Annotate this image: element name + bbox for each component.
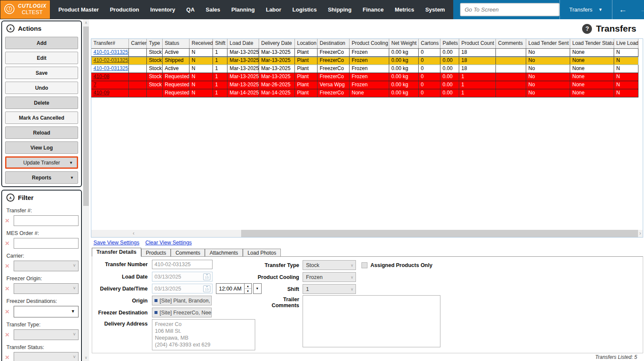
menu-item-finance[interactable]: Finance bbox=[357, 6, 389, 13]
collapse-actions-icon[interactable]: ∧ bbox=[6, 24, 15, 32]
freezer-destination-select[interactable]: [Site] FreezerCo, Neeı ∨ bbox=[152, 308, 212, 317]
trailer-comments-textarea[interactable] bbox=[303, 295, 440, 347]
transfer-link[interactable]: 410-08 bbox=[93, 73, 109, 79]
menu-item-planning[interactable]: Planning bbox=[226, 6, 260, 13]
transfer-filter-input[interactable] bbox=[14, 215, 79, 226]
column-header-shift[interactable]: Shift bbox=[213, 39, 227, 48]
reload-button[interactable]: Reload bbox=[5, 126, 78, 139]
column-header-destination[interactable]: Destination bbox=[318, 39, 350, 48]
clear-filter-icon[interactable]: × bbox=[5, 262, 14, 270]
clear-filter-icon[interactable]: × bbox=[5, 331, 14, 338]
column-header-status[interactable]: Status bbox=[163, 39, 189, 48]
delivery-time-field[interactable]: 12:00 AM bbox=[216, 283, 245, 294]
column-header-product-count[interactable]: Product Count bbox=[459, 39, 496, 48]
sidebar-scrollbar-thumb[interactable] bbox=[83, 26, 89, 206]
save-button[interactable]: Save bbox=[5, 67, 78, 79]
table-row[interactable]: 7StockRequestedN1Mar-13-2025Mar-26-2025P… bbox=[91, 81, 638, 89]
load-date-field[interactable]: 03/13/2025 15 bbox=[152, 272, 213, 282]
transfer-link[interactable]: 7 bbox=[93, 82, 96, 88]
tab-transfer-details[interactable]: Transfer Details bbox=[92, 248, 141, 257]
menu-item-qa[interactable]: QA bbox=[181, 6, 201, 13]
update-transfer-button[interactable]: Update Transfer▼ bbox=[5, 156, 78, 169]
clear-filter-icon[interactable]: × bbox=[5, 285, 14, 292]
edit-button[interactable]: Edit bbox=[5, 52, 78, 64]
column-header-delivery-date[interactable]: Delivery Date bbox=[259, 39, 295, 48]
column-header-product-cooling[interactable]: Product Cooling bbox=[350, 39, 389, 48]
forward-button[interactable]: → bbox=[633, 0, 644, 19]
carrier-filter-select[interactable]: ˅ bbox=[14, 261, 79, 271]
menu-item-metrics[interactable]: Metrics bbox=[389, 6, 420, 13]
transfer-status-filter-select[interactable]: ˅ bbox=[14, 352, 79, 361]
table-row[interactable]: 410-02-031325StockShippedN1Mar-13-2025Ma… bbox=[91, 57, 638, 65]
transfer-number-cell[interactable]: 410-02-031325 bbox=[91, 57, 129, 65]
tab-load-photos[interactable]: Load Photos bbox=[243, 249, 281, 257]
add-button[interactable]: Add bbox=[5, 37, 78, 49]
menu-item-product-master[interactable]: Product Master bbox=[53, 6, 105, 13]
transfer-number-cell[interactable]: 410-08 bbox=[91, 73, 129, 81]
tab-comments[interactable]: Comments bbox=[171, 249, 205, 257]
time-spinner[interactable]: ▲▼ bbox=[245, 283, 252, 294]
view-log-button[interactable]: View Log bbox=[5, 141, 78, 154]
column-header-live-load[interactable]: Live Load bbox=[614, 39, 638, 48]
column-header-cartons[interactable]: Cartons bbox=[419, 39, 440, 48]
tab-attachments[interactable]: Attachments bbox=[205, 249, 243, 257]
clear-filter-icon[interactable]: × bbox=[5, 308, 14, 315]
back-button[interactable]: ← bbox=[612, 0, 633, 19]
delete-button[interactable]: Delete bbox=[5, 97, 78, 109]
spin-down-icon[interactable]: ▼ bbox=[245, 289, 251, 293]
origin-select[interactable]: [Site] Plant, Brandon, ∨ bbox=[152, 296, 212, 305]
table-row[interactable]: 410-09RequestedN1Mar-14-2025Mar-14-2025P… bbox=[91, 89, 638, 97]
clear-filter-icon[interactable]: × bbox=[5, 354, 14, 361]
save-view-settings-link[interactable]: Save View Settings bbox=[93, 240, 139, 246]
column-header-transfer-[interactable]: Transfer# bbox=[91, 39, 129, 48]
assigned-products-only-checkbox[interactable] bbox=[361, 262, 367, 268]
product-cooling-select[interactable]: Frozen ∨ bbox=[303, 272, 356, 282]
transfer-link[interactable]: 410-03-031325 bbox=[93, 65, 128, 71]
freezer-origin-filter-select[interactable]: ˅ bbox=[14, 283, 79, 294]
column-header-load-date[interactable]: Load Date bbox=[227, 39, 259, 48]
calendar-icon[interactable]: 15 bbox=[203, 285, 210, 292]
menu-item-system[interactable]: System bbox=[420, 6, 450, 13]
delivery-address-textarea[interactable]: Freezer Co 106 Mill St. Neepawa, MB (204… bbox=[152, 319, 255, 350]
clear-view-settings-link[interactable]: Clear View Settings bbox=[145, 240, 192, 246]
calendar-icon[interactable]: 15 bbox=[203, 273, 210, 280]
grid-horizontal-scrollbar[interactable]: ‹ › bbox=[91, 230, 643, 237]
go-to-screen-input[interactable] bbox=[460, 3, 559, 16]
freezer-destinations-filter-combo[interactable]: ▼ bbox=[14, 306, 79, 317]
help-icon[interactable]: ? bbox=[582, 24, 592, 34]
transfer-link[interactable]: 410-01-031325 bbox=[93, 49, 128, 55]
table-row[interactable]: 410-03-031325StockActiveN1Mar-13-2025Mar… bbox=[91, 65, 638, 73]
delivery-date-field[interactable]: 03/13/2025 15 bbox=[152, 284, 213, 293]
transfer-number-cell[interactable]: 410-03-031325 bbox=[91, 65, 129, 73]
scroll-up-icon[interactable]: ∧ bbox=[83, 21, 89, 25]
transfer-number-cell[interactable]: 410-01-031325 bbox=[91, 49, 129, 56]
column-header-location[interactable]: Location bbox=[295, 39, 318, 48]
menu-item-inventory[interactable]: Inventory bbox=[145, 6, 181, 13]
table-row[interactable]: 410-08StockRequestedN1Mar-13-2025Mar-13-… bbox=[91, 73, 638, 81]
transfer-link[interactable]: 410-09 bbox=[93, 90, 109, 96]
column-header-type[interactable]: Type bbox=[147, 39, 163, 48]
transfer-number-field[interactable]: 410-02-031325 bbox=[152, 260, 213, 269]
screen-selector-dropdown[interactable]: Transfers ▼ bbox=[560, 0, 612, 19]
table-row[interactable]: 410-01-031325StockActiveN1Mar-13-2025Mar… bbox=[91, 49, 638, 57]
column-header-load-tender-sent[interactable]: Load Tender Sent bbox=[526, 39, 570, 48]
grid-scrollbar-thumb[interactable] bbox=[241, 230, 638, 237]
menu-item-labor[interactable]: Labor bbox=[260, 6, 287, 13]
app-logo[interactable]: CUTLOGIX CLTEST bbox=[0, 0, 50, 19]
mark-as-cancelled-button[interactable]: Mark As Cancelled bbox=[5, 112, 78, 124]
transfer-type-filter-select[interactable]: ˅ bbox=[14, 329, 79, 340]
menu-item-sales[interactable]: Sales bbox=[200, 6, 226, 13]
menu-item-production[interactable]: Production bbox=[104, 6, 145, 13]
collapse-filter-icon[interactable]: ∧ bbox=[6, 194, 15, 202]
column-header-carrier[interactable]: Carrier bbox=[129, 39, 147, 48]
transfer-number-cell[interactable]: 7 bbox=[91, 81, 129, 89]
column-header-comments[interactable]: Comments bbox=[496, 39, 526, 48]
column-header-received[interactable]: Received bbox=[189, 39, 213, 48]
reports-button[interactable]: Reports▼ bbox=[5, 171, 78, 184]
scroll-down-icon[interactable]: ∨ bbox=[83, 355, 89, 360]
spin-up-icon[interactable]: ▲ bbox=[245, 284, 251, 289]
mes-order-filter-input[interactable] bbox=[14, 238, 79, 249]
column-header-net-weight[interactable]: Net Weight bbox=[389, 39, 419, 48]
scroll-left-icon[interactable]: ‹ bbox=[133, 230, 134, 236]
sidebar-scrollbar[interactable]: ∧ ∨ bbox=[83, 19, 89, 361]
